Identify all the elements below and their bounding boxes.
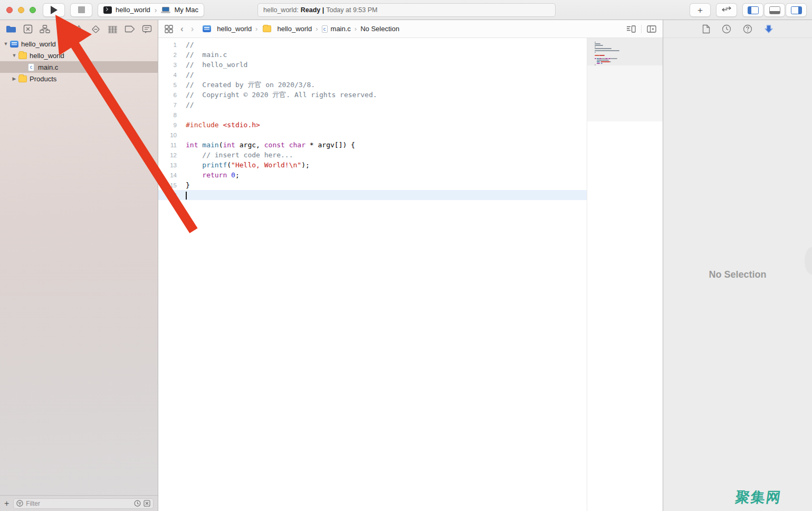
question-icon [743,24,752,34]
find-navigator-tab[interactable] [55,22,69,36]
code-text: // hello_world [181,61,247,69]
filter-field[interactable]: Filter [13,498,154,509]
tree-row-products[interactable]: ▶Products [0,73,158,84]
code-line[interactable]: 12 // insert code here... [158,150,587,160]
source-control-navigator-tab[interactable] [21,22,35,36]
source-control-filter-icon[interactable] [144,500,150,507]
history-inspector-tab[interactable] [722,24,731,34]
stop-icon [78,6,85,13]
project-icon [203,25,211,32]
code-text: // insert code here... [181,151,293,159]
stop-button[interactable] [70,3,92,17]
right-panel-icon [791,6,802,14]
code-line[interactable]: 14 return 0; [158,170,587,180]
folder-icon [18,75,27,82]
code-line[interactable]: 10 [158,130,587,140]
breakpoint-navigator-tab[interactable] [123,22,137,36]
code-line[interactable]: 7// [158,100,587,110]
code-line[interactable]: 13 printf("Hello, World!\n"); [158,160,587,170]
plus-icon: + [698,6,703,15]
folder-icon [6,25,16,33]
toggle-debug-area-button[interactable] [764,3,785,17]
scheme-target: hello_world [116,6,150,14]
add-file-button[interactable]: + [4,499,9,508]
scheme-selector[interactable]: hello_world › My Mac [98,3,204,17]
project-tree: ▼hello_world▼hello_worldcmain.c▶Products [0,38,158,84]
navigator-tab-bar [0,20,158,38]
code-line[interactable]: 11int main(int argc, const char * argv[]… [158,140,587,150]
c-file-icon: c [28,63,34,71]
disclosure-triangle-icon[interactable]: ▼ [3,41,8,46]
breadcrumb-group[interactable]: hello_world [261,25,312,33]
project-navigator-tab[interactable] [4,22,18,36]
code-line[interactable]: 5// Created by 亓官 on 2020/3/8. [158,80,587,90]
file-icon [702,24,710,34]
code-text: printf("Hello, World!\n"); [181,161,310,169]
symbol-navigator-tab[interactable] [38,22,52,36]
warning-triangle-icon [74,25,84,34]
run-button[interactable] [43,3,65,17]
disclosure-triangle-icon[interactable]: ▼ [12,53,17,58]
code-line[interactable]: 1// [158,40,587,50]
library-button[interactable]: + [690,3,711,17]
debug-navigator-tab[interactable] [106,22,120,36]
code-review-icon[interactable] [626,25,636,33]
line-number: 5 [158,82,181,88]
report-bubble-icon [142,25,152,34]
laptop-icon [161,7,170,13]
code-line[interactable]: 2// main.c [158,50,587,60]
back-button[interactable]: ‹ [180,24,184,34]
status-time: Today at 9:53 PM [326,6,377,14]
add-editor-icon[interactable] [647,25,656,33]
close-window-button[interactable] [6,7,13,13]
code-line[interactable]: 4// [158,70,587,80]
jump-bar: ‹ › hello_world › hello_world › c main.c… [158,20,663,38]
swap-arrows-icon [721,6,732,14]
folder-icon [263,25,271,32]
tree-row-hello_world[interactable]: ▼hello_world [0,50,158,61]
line-number: 3 [158,62,181,68]
issue-navigator-tab[interactable] [72,22,86,36]
code-line[interactable]: 8 [158,110,587,120]
code-text: // Created by 亓官 on 2020/3/8. [181,80,315,90]
pointer-annotation-icon [764,24,773,34]
disclosure-triangle-icon[interactable]: ▶ [12,76,17,81]
test-navigator-tab[interactable] [89,22,103,36]
editor-mode-button[interactable] [716,3,737,17]
code-line[interactable]: 6// Copyright © 2020 亓官. All rights rese… [158,90,587,100]
quick-help-inspector-tab[interactable] [743,24,752,34]
minimize-window-button[interactable] [18,7,24,13]
code-line[interactable]: 15} [158,180,587,190]
code-line[interactable]: 3// hello_world [158,60,587,70]
line-number: 2 [158,52,181,58]
test-diamond-icon [91,24,101,34]
filter-icon [16,500,23,507]
status-project: hello_world: [263,6,299,14]
tree-row-hello_world[interactable]: ▼hello_world [0,38,158,50]
toggle-navigator-button[interactable] [742,3,763,17]
code-line[interactable]: 9#include <stdio.h> [158,120,587,130]
inspector-empty-label: No Selection [663,269,812,280]
recent-files-filter-icon[interactable] [134,500,141,507]
forward-button[interactable]: › [191,24,194,34]
line-number: 13 [158,162,181,168]
code-text: // main.c [181,51,227,59]
zoom-window-button[interactable] [30,7,36,13]
related-items-icon[interactable] [165,25,173,33]
code-line[interactable]: 16 [158,190,587,200]
minimap[interactable] [587,38,663,511]
file-inspector-tab[interactable] [702,24,710,34]
breadcrumb-file[interactable]: c main.c [322,25,351,33]
breadcrumb-symbol[interactable]: No Selection [360,25,399,33]
tree-row-main-c[interactable]: cmain.c [0,61,158,73]
line-number: 8 [158,112,181,118]
toggle-inspector-button[interactable] [786,3,807,17]
report-navigator-tab[interactable] [140,22,154,36]
breadcrumb-project[interactable]: hello_world [201,25,252,33]
terminal-icon [103,6,112,14]
watermark: 聚集网 [734,488,782,507]
source-editor[interactable]: 1//2// main.c3// hello_world4//5// Creat… [158,38,587,511]
debug-gauge-icon [108,25,118,33]
code-text [181,191,187,200]
code-text: // [181,41,194,49]
